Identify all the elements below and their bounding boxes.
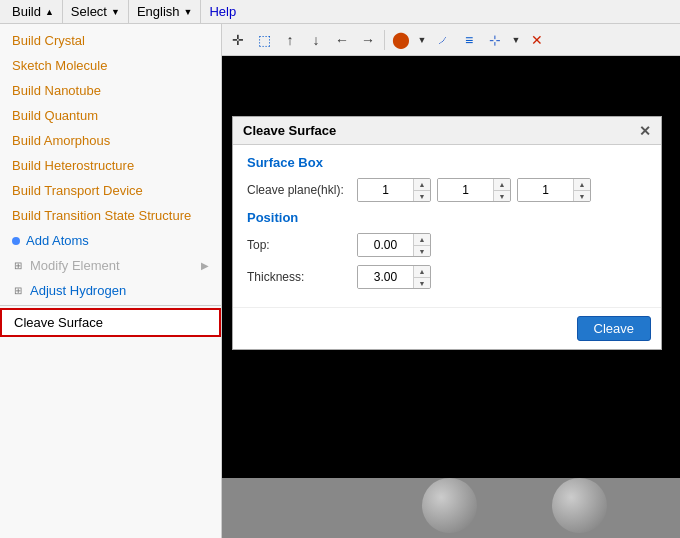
toolbar-bond-btn[interactable]: ⟋ xyxy=(431,28,455,52)
modify-element-arrow-icon: ▶ xyxy=(201,260,209,271)
cleave-l-arrows: ▲ ▼ xyxy=(573,179,590,201)
menu-build-label: Build xyxy=(12,4,41,19)
sidebar-item-cleave-surface[interactable]: Cleave Surface xyxy=(0,308,221,337)
toolbar-left-btn[interactable]: ← xyxy=(330,28,354,52)
content-area: ✛ ⬚ ↑ ↓ ← → ⬤ ▼ ⟋ ≡ ⊹ ▼ ✕ Cleave Surface… xyxy=(222,24,680,538)
modify-element-grid-icon: ⊞ xyxy=(12,260,24,272)
sidebar-item-adjust-hydrogen[interactable]: ⊞ Adjust Hydrogen xyxy=(0,278,221,303)
toolbar-select-box-btn[interactable]: ⬚ xyxy=(252,28,276,52)
toolbar-crosshair-btn[interactable]: ✛ xyxy=(226,28,250,52)
top-spinbox: ▲ ▼ xyxy=(357,233,431,257)
dialog-header: Cleave Surface ✕ xyxy=(233,117,661,145)
top-label: Top: xyxy=(247,238,357,252)
menu-bar: Build ▲ Select ▼ English ▼ Help xyxy=(0,0,680,24)
thickness-label: Thickness: xyxy=(247,270,357,284)
toolbar-down-btn[interactable]: ↓ xyxy=(304,28,328,52)
toolbar-up-btn[interactable]: ↑ xyxy=(278,28,302,52)
cleave-h-spinbox: ▲ ▼ xyxy=(357,178,431,202)
sidebar-item-build-heterostructure[interactable]: Build Heterostructure xyxy=(0,153,221,178)
cleave-h-down-arrow[interactable]: ▼ xyxy=(414,190,430,201)
dialog-footer: Cleave xyxy=(233,307,661,349)
toolbar-scatter-btn[interactable]: ⊹ xyxy=(483,28,507,52)
sidebar: Build Crystal Sketch Molecule Build Nano… xyxy=(0,24,222,538)
top-down-arrow[interactable]: ▼ xyxy=(414,245,430,256)
cleave-k-arrows: ▲ ▼ xyxy=(493,179,510,201)
thickness-down-arrow[interactable]: ▼ xyxy=(414,277,430,288)
sphere-left xyxy=(422,478,477,533)
thickness-spinbox: ▲ ▼ xyxy=(357,265,431,289)
main-layout: Build Crystal Sketch Molecule Build Nano… xyxy=(0,24,680,538)
sidebar-item-build-crystal[interactable]: Build Crystal xyxy=(0,28,221,53)
sidebar-divider xyxy=(0,305,221,306)
menu-help-label: Help xyxy=(209,4,236,19)
top-arrows: ▲ ▼ xyxy=(413,234,430,256)
toolbar-atom-dropdown-btn[interactable]: ▼ xyxy=(415,28,429,52)
toolbar-right-btn[interactable]: → xyxy=(356,28,380,52)
surface-box-title: Surface Box xyxy=(247,155,647,170)
cleave-surface-dialog: Cleave Surface ✕ Surface Box Cleave plan… xyxy=(232,116,662,350)
menu-help[interactable]: Help xyxy=(201,0,244,23)
cleave-h-input[interactable] xyxy=(358,179,413,201)
menu-build[interactable]: Build ▲ xyxy=(4,0,62,23)
top-input[interactable] xyxy=(358,234,413,256)
menu-select-chevron-icon: ▼ xyxy=(111,7,120,17)
sidebar-item-add-atoms[interactable]: Add Atoms xyxy=(0,228,221,253)
toolbar-atom-btn[interactable]: ⬤ xyxy=(389,28,413,52)
canvas-bottom xyxy=(222,478,680,538)
toolbar-delete-btn[interactable]: ✕ xyxy=(525,28,549,52)
thickness-input[interactable] xyxy=(358,266,413,288)
menu-build-chevron-icon: ▲ xyxy=(45,7,54,17)
cleave-h-up-arrow[interactable]: ▲ xyxy=(414,179,430,190)
top-row: Top: ▲ ▼ xyxy=(247,233,647,257)
sidebar-item-build-transition-state[interactable]: Build Transition State Structure xyxy=(0,203,221,228)
cleave-k-down-arrow[interactable]: ▼ xyxy=(494,190,510,201)
cleave-l-input[interactable] xyxy=(518,179,573,201)
cleave-plane-label: Cleave plane(hkl): xyxy=(247,183,357,197)
position-title: Position xyxy=(247,210,647,225)
add-atoms-dot-icon xyxy=(12,237,20,245)
menu-select[interactable]: Select ▼ xyxy=(63,0,128,23)
thickness-up-arrow[interactable]: ▲ xyxy=(414,266,430,277)
toolbar-sep-1 xyxy=(384,30,385,50)
sidebar-item-build-quantum[interactable]: Build Quantum xyxy=(0,103,221,128)
toolbar-grid-btn[interactable]: ≡ xyxy=(457,28,481,52)
cleave-k-spinbox: ▲ ▼ xyxy=(437,178,511,202)
thickness-arrows: ▲ ▼ xyxy=(413,266,430,288)
menu-english-label: English xyxy=(137,4,180,19)
adjust-hydrogen-grid-icon: ⊞ xyxy=(12,285,24,297)
cleave-h-arrows: ▲ ▼ xyxy=(413,179,430,201)
toolbar-scatter-dropdown-btn[interactable]: ▼ xyxy=(509,28,523,52)
sidebar-item-build-nanotube[interactable]: Build Nanotube xyxy=(0,78,221,103)
menu-english[interactable]: English ▼ xyxy=(129,0,201,23)
thickness-row: Thickness: ▲ ▼ xyxy=(247,265,647,289)
cleave-l-spinbox: ▲ ▼ xyxy=(517,178,591,202)
sidebar-item-build-transport-device[interactable]: Build Transport Device xyxy=(0,178,221,203)
cleave-k-up-arrow[interactable]: ▲ xyxy=(494,179,510,190)
cleave-plane-row: Cleave plane(hkl): ▲ ▼ xyxy=(247,178,647,202)
cleave-button[interactable]: Cleave xyxy=(577,316,651,341)
dialog-title: Cleave Surface xyxy=(243,123,336,138)
sidebar-item-build-amorphous[interactable]: Build Amorphous xyxy=(0,128,221,153)
menu-english-chevron-icon: ▼ xyxy=(184,7,193,17)
toolbar: ✛ ⬚ ↑ ↓ ← → ⬤ ▼ ⟋ ≡ ⊹ ▼ ✕ xyxy=(222,24,680,56)
sidebar-item-sketch-molecule[interactable]: Sketch Molecule xyxy=(0,53,221,78)
sidebar-item-modify-element: ⊞ Modify Element ▶ xyxy=(0,253,221,278)
top-up-arrow[interactable]: ▲ xyxy=(414,234,430,245)
cleave-plane-spinbox-group: ▲ ▼ ▲ ▼ xyxy=(357,178,591,202)
cleave-k-input[interactable] xyxy=(438,179,493,201)
dialog-overlay: Cleave Surface ✕ Surface Box Cleave plan… xyxy=(222,56,680,478)
canvas-area: Cleave Surface ✕ Surface Box Cleave plan… xyxy=(222,56,680,478)
sphere-center xyxy=(552,478,607,533)
dialog-close-button[interactable]: ✕ xyxy=(639,124,651,138)
cleave-l-up-arrow[interactable]: ▲ xyxy=(574,179,590,190)
menu-select-label: Select xyxy=(71,4,107,19)
dialog-body: Surface Box Cleave plane(hkl): ▲ ▼ xyxy=(233,145,661,307)
cleave-l-down-arrow[interactable]: ▼ xyxy=(574,190,590,201)
